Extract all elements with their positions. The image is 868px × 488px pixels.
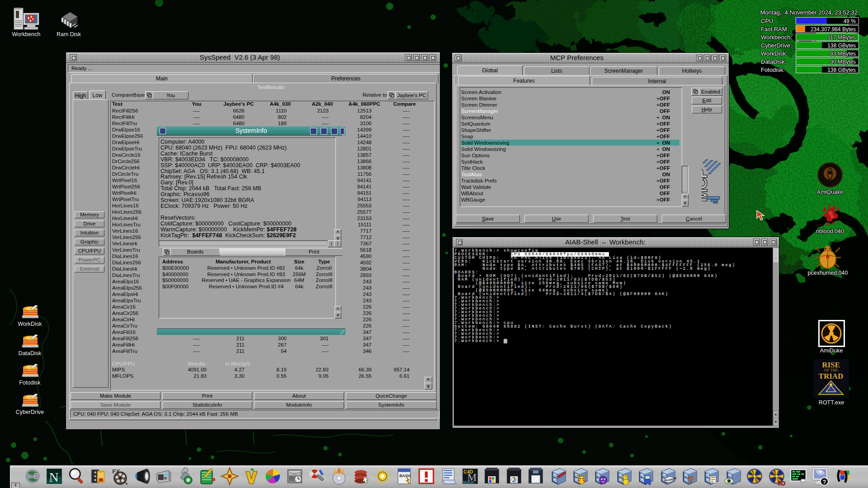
svg-text:3D: 3D (778, 480, 786, 486)
svg-text:Maxon: Maxon (463, 480, 474, 484)
svg-text:PowerPC: PowerPC (289, 472, 302, 475)
svg-text:?: ? (688, 474, 694, 485)
svg-text:B: B (33, 472, 39, 481)
svg-text:N: N (49, 470, 58, 484)
svg-text:BASIC: BASIC (399, 474, 411, 478)
svg-text:TRIAD: TRIAD (819, 372, 844, 380)
svg-text:?: ? (822, 479, 826, 485)
